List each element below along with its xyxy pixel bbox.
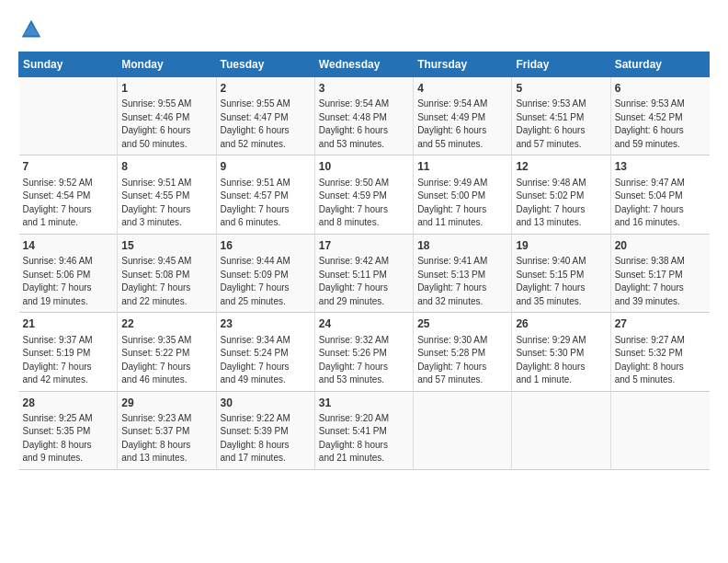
day-info: Sunrise: 9:49 AM [417, 177, 507, 190]
day-number: 8 [121, 159, 211, 175]
day-info: Daylight: 7 hours [516, 282, 606, 295]
calendar-cell: 21Sunrise: 9:37 AMSunset: 5:19 PMDayligh… [19, 313, 118, 391]
day-info: and 1 minute. [23, 216, 114, 230]
header-day: Thursday [414, 52, 512, 77]
day-info: Sunset: 5:37 PM [121, 425, 211, 439]
calendar-cell: 14Sunrise: 9:46 AMSunset: 5:06 PMDayligh… [19, 234, 118, 312]
day-info: Daylight: 7 hours [417, 282, 507, 295]
day-info: and 3 minutes. [121, 216, 211, 230]
day-info: Sunset: 5:17 PM [615, 269, 706, 282]
day-number: 21 [23, 316, 114, 332]
day-info: and 25 minutes. [221, 295, 311, 309]
day-info: Daylight: 8 hours [23, 439, 114, 453]
day-info: Daylight: 7 hours [23, 361, 114, 374]
calendar-cell: 17Sunrise: 9:42 AMSunset: 5:11 PMDayligh… [314, 234, 413, 312]
logo [18, 17, 48, 42]
day-number: 31 [319, 396, 409, 411]
day-info: Daylight: 7 hours [23, 203, 114, 217]
day-info: Daylight: 7 hours [615, 203, 706, 217]
calendar-cell: 29Sunrise: 9:23 AMSunset: 5:37 PMDayligh… [118, 391, 216, 469]
calendar-cell: 23Sunrise: 9:34 AMSunset: 5:24 PMDayligh… [216, 313, 314, 391]
day-info: Sunrise: 9:55 AM [121, 98, 211, 111]
day-info: Sunset: 5:11 PM [319, 269, 409, 282]
day-info: and 55 minutes. [417, 138, 507, 152]
calendar-cell: 8Sunrise: 9:51 AMSunset: 4:55 PMDaylight… [118, 155, 216, 234]
day-info: Daylight: 7 hours [319, 282, 409, 295]
day-info: Daylight: 6 hours [516, 124, 606, 138]
day-info: Sunrise: 9:35 AM [121, 334, 211, 348]
day-info: Sunrise: 9:25 AM [23, 412, 114, 426]
day-info: Sunrise: 9:53 AM [615, 98, 706, 111]
day-info: and 22 minutes. [121, 295, 211, 309]
day-number: 1 [121, 81, 211, 97]
logo-icon [18, 17, 44, 42]
day-info: Daylight: 7 hours [615, 282, 706, 295]
day-info: Daylight: 7 hours [221, 203, 311, 217]
day-info: Sunset: 5:13 PM [417, 269, 507, 282]
day-info: Sunset: 5:41 PM [319, 425, 409, 439]
day-info: and 53 minutes. [319, 138, 409, 152]
day-info: Daylight: 7 hours [319, 203, 409, 217]
day-number: 22 [121, 316, 211, 332]
day-number: 17 [319, 238, 409, 254]
day-info: Sunrise: 9:29 AM [516, 334, 606, 348]
day-number: 28 [23, 396, 114, 411]
day-info: and 46 minutes. [121, 373, 211, 387]
day-info: Sunrise: 9:42 AM [319, 255, 409, 269]
calendar-week-row: 21Sunrise: 9:37 AMSunset: 5:19 PMDayligh… [19, 313, 710, 391]
day-number: 16 [221, 238, 311, 254]
day-info: Sunset: 5:30 PM [516, 347, 606, 361]
day-info: Sunrise: 9:54 AM [319, 98, 409, 111]
day-info: and 19 minutes. [23, 295, 114, 309]
calendar-cell: 15Sunrise: 9:45 AMSunset: 5:08 PMDayligh… [118, 234, 216, 312]
day-info: and 39 minutes. [615, 295, 706, 309]
day-info: Sunrise: 9:46 AM [23, 255, 114, 269]
day-info: Daylight: 7 hours [417, 361, 507, 374]
calendar-cell: 13Sunrise: 9:47 AMSunset: 5:04 PMDayligh… [610, 155, 709, 234]
day-info: Sunrise: 9:44 AM [221, 255, 311, 269]
day-info: Daylight: 6 hours [121, 124, 211, 138]
calendar-body: 1Sunrise: 9:55 AMSunset: 4:46 PMDaylight… [19, 77, 710, 470]
day-info: Sunrise: 9:20 AM [319, 412, 409, 426]
day-number: 3 [319, 81, 409, 97]
day-info: Daylight: 7 hours [121, 282, 211, 295]
day-info: Sunrise: 9:41 AM [417, 255, 507, 269]
day-info: and 49 minutes. [221, 373, 311, 387]
day-info: Sunset: 5:32 PM [615, 347, 706, 361]
calendar-week-row: 7Sunrise: 9:52 AMSunset: 4:54 PMDaylight… [19, 155, 710, 234]
day-info: Daylight: 6 hours [221, 124, 311, 138]
day-info: Sunrise: 9:27 AM [615, 334, 706, 348]
day-info: Sunset: 5:26 PM [319, 347, 409, 361]
day-info: Sunrise: 9:37 AM [23, 334, 114, 348]
calendar-cell: 12Sunrise: 9:48 AMSunset: 5:02 PMDayligh… [512, 155, 610, 234]
day-info: and 9 minutes. [23, 452, 114, 465]
calendar-cell: 9Sunrise: 9:51 AMSunset: 4:57 PMDaylight… [216, 155, 314, 234]
day-info: Daylight: 8 hours [221, 439, 311, 453]
day-number: 13 [615, 159, 706, 175]
day-info: Sunset: 5:28 PM [417, 347, 507, 361]
day-number: 10 [319, 159, 409, 175]
day-info: Sunrise: 9:38 AM [615, 255, 706, 269]
calendar-cell: 19Sunrise: 9:40 AMSunset: 5:15 PMDayligh… [512, 234, 610, 312]
calendar-week-row: 14Sunrise: 9:46 AMSunset: 5:06 PMDayligh… [19, 234, 710, 312]
calendar-cell: 20Sunrise: 9:38 AMSunset: 5:17 PMDayligh… [610, 234, 709, 312]
day-info: Sunrise: 9:51 AM [221, 177, 311, 190]
day-info: Sunset: 4:55 PM [121, 190, 211, 203]
day-info: Sunset: 5:39 PM [221, 425, 311, 439]
day-info: Daylight: 8 hours [615, 361, 706, 374]
day-info: Sunset: 5:00 PM [417, 190, 507, 203]
day-info: Sunrise: 9:22 AM [221, 412, 311, 426]
day-info: Sunrise: 9:52 AM [23, 177, 114, 190]
day-info: and 57 minutes. [516, 138, 606, 152]
day-info: and 59 minutes. [615, 138, 706, 152]
day-number: 23 [221, 316, 311, 332]
day-info: Sunset: 5:35 PM [23, 425, 114, 439]
day-info: and 16 minutes. [615, 216, 706, 230]
day-info: Daylight: 7 hours [221, 361, 311, 374]
day-number: 7 [23, 159, 114, 175]
day-info: and 29 minutes. [319, 295, 409, 309]
day-number: 24 [319, 316, 409, 332]
day-number: 20 [615, 238, 706, 254]
day-number: 12 [516, 159, 606, 175]
day-info: and 53 minutes. [319, 373, 409, 387]
